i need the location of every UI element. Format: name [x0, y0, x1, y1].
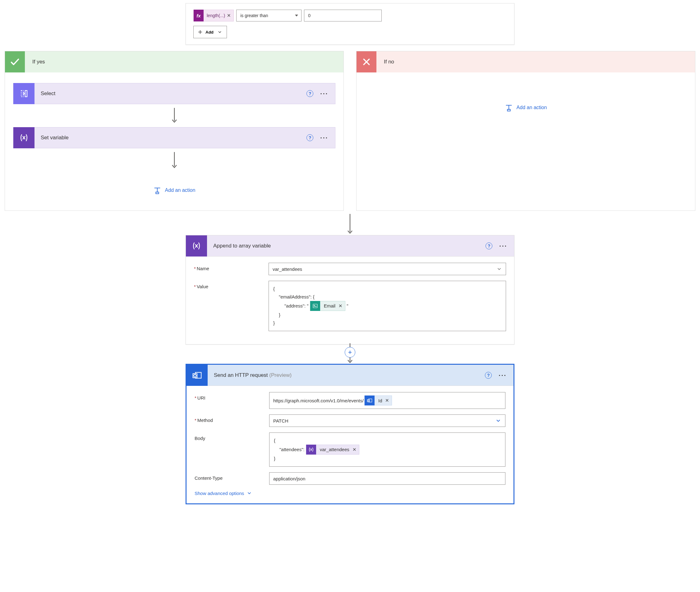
method-value: PATCH	[273, 418, 288, 424]
select-icon	[13, 83, 35, 104]
flow-arrow	[5, 213, 695, 235]
forms-icon	[310, 301, 320, 311]
more-icon[interactable]: ···	[320, 136, 328, 139]
chevron-down-icon	[496, 266, 502, 272]
outlook-icon	[365, 395, 375, 405]
remove-token-icon[interactable]: ✕	[338, 302, 345, 310]
http-title: Send an HTTP request (Preview)	[208, 372, 485, 379]
value-input[interactable]: { "emailAddress": { "address": " Email ✕…	[269, 281, 506, 331]
if-no-label: If no	[376, 59, 394, 65]
expression-token[interactable]: fx length(...) ✕	[193, 10, 234, 21]
http-request-card: Send an HTTP request (Preview) ? ··· *UR…	[185, 364, 515, 504]
code-line: }	[273, 319, 275, 327]
if-no-body: Add an action	[357, 72, 695, 130]
chevron-down-icon	[247, 490, 252, 496]
name-dropdown[interactable]: var_attendees	[269, 263, 506, 275]
setvar-title: Set variable	[35, 135, 307, 141]
help-icon[interactable]: ?	[485, 372, 492, 379]
remove-expression-icon[interactable]: ✕	[227, 13, 231, 18]
select-title: Select	[35, 91, 307, 97]
close-icon	[357, 51, 376, 72]
set-variable-card[interactable]: Set variable ? ···	[13, 127, 335, 148]
condition-row: fx length(...) ✕ is greater than 0	[193, 10, 507, 21]
uri-input[interactable]: https://graph.microsoft.com/v1.0/me/even…	[269, 392, 505, 409]
var-attendees-token[interactable]: var_attendees ✕	[306, 445, 359, 454]
add-step-button[interactable]	[345, 347, 355, 357]
add-action-link[interactable]: Add an action	[505, 104, 547, 112]
add-condition-button[interactable]: Add	[193, 26, 227, 38]
remove-token-icon[interactable]: ✕	[384, 398, 392, 403]
code-line: "attendees": var_attendees ✕	[274, 445, 361, 454]
append-title: Append to array variable	[207, 243, 486, 249]
uri-row: *URI https://graph.microsoft.com/v1.0/me…	[195, 392, 505, 409]
email-token[interactable]: Email ✕	[310, 301, 346, 311]
condition-operator-dropdown[interactable]: is greater than	[236, 10, 302, 21]
more-icon[interactable]: ···	[499, 244, 507, 247]
name-row: *Name var_attendees	[194, 263, 506, 275]
code-line: "emailAddress": {	[273, 293, 315, 301]
card-actions: ? ···	[486, 243, 514, 249]
show-advanced-link[interactable]: Show advanced options	[195, 490, 505, 496]
chevron-down-icon	[217, 30, 222, 35]
id-token[interactable]: Id ✕	[364, 395, 392, 405]
help-icon[interactable]: ?	[307, 90, 313, 97]
more-icon[interactable]: ···	[320, 92, 328, 95]
help-icon[interactable]: ?	[486, 243, 492, 249]
body-row: Body { "attendees": var_attendees ✕ }	[195, 433, 505, 467]
method-row: *Method PATCH	[195, 414, 505, 427]
uri-label: *URI	[195, 392, 269, 400]
variable-icon	[306, 445, 316, 454]
operator-label: is greater than	[240, 13, 268, 18]
card-actions: ? ···	[307, 90, 335, 97]
flow-arrow	[171, 151, 178, 169]
svg-rect-24	[367, 400, 370, 402]
remove-token-icon[interactable]: ✕	[352, 446, 359, 454]
method-dropdown[interactable]: PATCH	[269, 414, 505, 427]
condition-card: fx length(...) ✕ is greater than 0 Add	[185, 3, 515, 45]
token-label: Id	[375, 398, 385, 403]
if-yes-header: If yes	[5, 51, 343, 72]
http-header[interactable]: Send an HTTP request (Preview) ? ···	[186, 365, 514, 386]
name-value: var_attendees	[273, 266, 302, 272]
token-label: Email	[320, 302, 338, 310]
variable-icon	[186, 235, 207, 256]
plus-icon	[197, 29, 203, 35]
svg-rect-14	[314, 305, 315, 306]
flow-arrow	[171, 107, 178, 124]
code-line: "address": " Email ✕ "	[273, 301, 348, 311]
condition-value-input[interactable]: 0	[304, 10, 382, 21]
check-icon	[5, 51, 25, 72]
help-icon[interactable]: ?	[307, 134, 313, 141]
method-label: *Method	[195, 414, 269, 423]
fx-icon: fx	[194, 10, 204, 21]
append-array-card: Append to array variable ? ··· *Name var…	[185, 235, 515, 345]
more-icon[interactable]: ···	[498, 374, 507, 377]
http-form: *URI https://graph.microsoft.com/v1.0/me…	[186, 386, 514, 503]
content-type-row: Content-Type application/json	[195, 472, 505, 485]
card-actions: ? ···	[307, 134, 335, 141]
body-input[interactable]: { "attendees": var_attendees ✕ }	[269, 433, 505, 467]
content-type-input[interactable]: application/json	[269, 472, 505, 485]
code-line: }	[273, 311, 280, 319]
if-no-branch: If no Add an action	[356, 51, 695, 211]
add-action-link[interactable]: Add an action	[153, 186, 196, 194]
flow-connector	[5, 343, 695, 364]
svg-rect-11	[507, 109, 510, 111]
append-form: *Name var_attendees *Value { "emailAddre…	[186, 256, 514, 344]
if-no-header: If no	[357, 51, 695, 72]
if-yes-body: Select ? ··· Set variable ? ···	[5, 72, 343, 210]
expression-label: length(...)	[204, 13, 227, 18]
insert-step-icon	[153, 186, 161, 194]
value-label: *Value	[194, 281, 269, 289]
append-header[interactable]: Append to array variable ? ···	[186, 235, 514, 256]
select-action-card[interactable]: Select ? ···	[13, 83, 335, 104]
svg-rect-6	[156, 192, 159, 194]
preview-badge: (Preview)	[269, 372, 291, 378]
add-action-label: Add an action	[517, 105, 547, 110]
variable-icon	[13, 127, 35, 148]
insert-step-icon	[505, 104, 513, 112]
card-actions: ? ···	[485, 372, 514, 379]
value-row: *Value { "emailAddress": { "address": " …	[194, 281, 506, 331]
add-action-label: Add an action	[165, 188, 196, 193]
add-label: Add	[206, 30, 214, 35]
